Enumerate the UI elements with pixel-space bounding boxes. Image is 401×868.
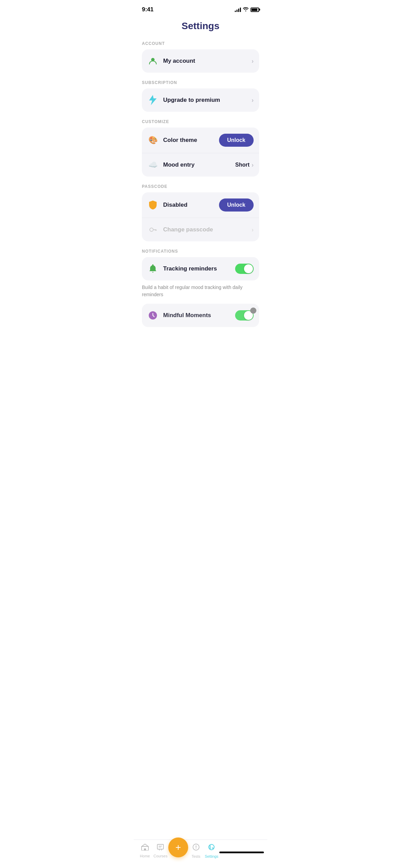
bell-icon xyxy=(147,263,158,274)
upgrade-chevron-icon: › xyxy=(252,97,254,104)
status-time: 9:41 xyxy=(142,6,154,13)
section-notifications-label: NOTIFICATIONS xyxy=(142,249,259,254)
passcode-card: Disabled Unlock Change passcode › xyxy=(142,192,259,241)
passcode-shield-icon xyxy=(147,200,158,210)
mindful-moments-row[interactable]: Mindful Moments xyxy=(142,304,259,327)
mood-entry-chevron-icon: › xyxy=(252,161,254,169)
change-passcode-chevron-icon: › xyxy=(252,226,254,233)
color-theme-row[interactable]: 🎨 Color theme Unlock xyxy=(142,128,259,153)
tracking-reminders-row[interactable]: Tracking reminders xyxy=(142,257,259,280)
svg-point-2 xyxy=(150,228,153,231)
mood-entry-value: Short › xyxy=(235,161,254,169)
my-account-label: My account xyxy=(163,58,247,64)
signal-icon xyxy=(235,7,241,12)
upgrade-icon xyxy=(147,95,158,106)
color-theme-label: Color theme xyxy=(163,137,214,144)
tracking-reminders-toggle[interactable] xyxy=(235,264,254,274)
notifications-card: Tracking reminders xyxy=(142,257,259,280)
reminder-description: Build a habit of regular mood tracking w… xyxy=(142,284,259,298)
upgrade-label: Upgrade to premium xyxy=(163,97,247,104)
passcode-unlock-button[interactable]: Unlock xyxy=(219,198,254,212)
toggle-knob xyxy=(244,264,253,273)
subscription-card: Upgrade to premium › xyxy=(142,88,259,112)
section-customize-label: CUSTOMIZE xyxy=(142,119,259,124)
mood-entry-label: Mood entry xyxy=(163,161,230,168)
color-theme-icon: 🎨 xyxy=(147,135,158,146)
wifi-icon xyxy=(243,7,248,12)
mood-entry-icon: ☁️ xyxy=(147,159,158,170)
section-subscription-label: SUBSCRIPTION xyxy=(142,80,259,85)
passcode-disabled-row[interactable]: Disabled Unlock xyxy=(142,192,259,218)
change-passcode-row[interactable]: Change passcode › xyxy=(142,218,259,241)
page-content: Settings ACCOUNT My account › SUBSCRIPTI… xyxy=(134,21,267,361)
account-icon xyxy=(147,56,158,67)
upgrade-row[interactable]: Upgrade to premium › xyxy=(142,88,259,112)
svg-marker-1 xyxy=(149,95,157,105)
passcode-disabled-label: Disabled xyxy=(163,202,214,208)
account-card: My account › xyxy=(142,49,259,73)
mood-entry-row[interactable]: ☁️ Mood entry Short › xyxy=(142,153,259,177)
tracking-reminders-label: Tracking reminders xyxy=(163,265,230,272)
my-account-row[interactable]: My account › xyxy=(142,49,259,73)
account-chevron-icon: › xyxy=(252,58,254,65)
key-icon xyxy=(147,224,158,235)
color-theme-unlock-button[interactable]: Unlock xyxy=(219,134,254,147)
mindful-moments-card: Mindful Moments xyxy=(142,304,259,327)
clock-icon xyxy=(147,310,158,321)
customize-card: 🎨 Color theme Unlock ☁️ Mood entry Short… xyxy=(142,128,259,177)
mindful-moments-label: Mindful Moments xyxy=(163,312,230,319)
section-passcode-label: PASSCODE xyxy=(142,184,259,189)
page-title: Settings xyxy=(142,21,259,32)
status-bar: 9:41 xyxy=(134,0,267,17)
battery-icon xyxy=(251,8,259,12)
change-passcode-label: Change passcode xyxy=(163,226,247,233)
status-icons xyxy=(235,7,259,12)
section-account-label: ACCOUNT xyxy=(142,41,259,46)
